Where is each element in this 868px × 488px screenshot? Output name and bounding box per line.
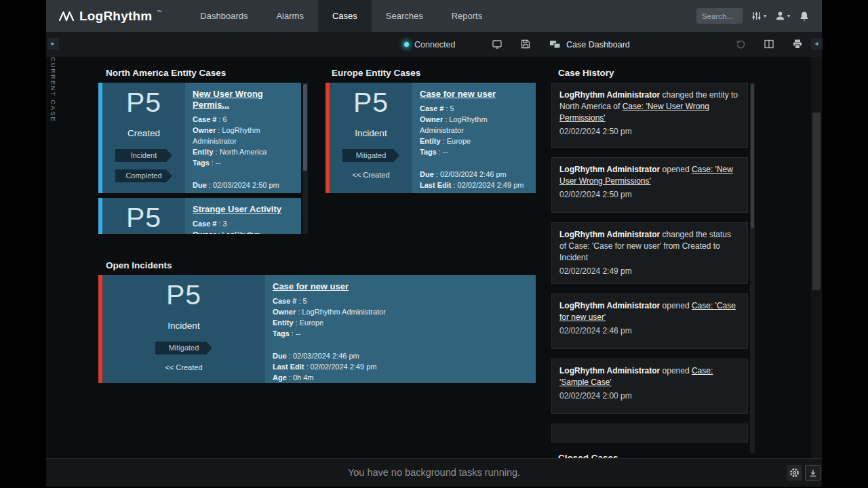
case-owner-field: Owner: LogRhythm Administrator bbox=[193, 229, 294, 234]
current-case-panel-tab[interactable]: ► CURRENT CASE bbox=[47, 38, 59, 122]
case-tags-field: Tags: -- bbox=[420, 146, 528, 157]
user-menu[interactable]: ▾ bbox=[775, 11, 790, 21]
scrollbar-thumb[interactable] bbox=[812, 113, 821, 290]
timestamp: 02/02/2024 2:49 pm bbox=[559, 266, 740, 277]
connection-status: Connected bbox=[404, 32, 455, 57]
nav-right-controls: ▾ ▾ bbox=[696, 8, 822, 24]
nav-item-cases[interactable]: Cases bbox=[318, 0, 372, 32]
change-status-completed-button[interactable]: Completed bbox=[115, 169, 172, 182]
change-status-incident-button[interactable]: Incident bbox=[115, 149, 172, 162]
case-title-link[interactable]: New User Wrong Permis... bbox=[193, 89, 294, 110]
case-card-new-user-wrong-permissions[interactable]: P5 Created Incident Completed New User W… bbox=[98, 83, 301, 193]
revert-status-created-link[interactable]: << Created bbox=[352, 171, 389, 179]
timestamp: 02/02/2024 2:46 pm bbox=[559, 325, 740, 337]
nav-item-reports[interactable]: Reports bbox=[437, 0, 497, 32]
search-input[interactable] bbox=[696, 8, 743, 24]
save-dashboard-icon[interactable] bbox=[520, 39, 531, 49]
history-entry-partial bbox=[551, 424, 748, 443]
popout-window-icon[interactable] bbox=[492, 39, 502, 49]
case-tags-field: Tags: -- bbox=[193, 157, 294, 168]
preferences-sliders-icon[interactable]: ▾ bbox=[751, 11, 766, 21]
case-title-link[interactable]: Case for new user bbox=[420, 89, 496, 100]
dashboard-selector[interactable]: Case Dashboard bbox=[549, 32, 630, 57]
case-entity-field: Entity: North America bbox=[193, 146, 294, 157]
history-text: opened bbox=[660, 165, 692, 174]
change-status-mitigated-button[interactable]: Mitigated bbox=[342, 149, 399, 162]
section-title-europe: Europe Entity Cases bbox=[332, 68, 420, 78]
case-details: New User Wrong Permis... Case #: 6 Owner… bbox=[185, 83, 301, 193]
case-status-panel: P5 Created Incident Completed bbox=[102, 83, 185, 193]
case-details: Case for new user Case #: 5 Owner: LogRh… bbox=[265, 275, 536, 383]
history-text: opened bbox=[660, 366, 692, 375]
background-tasks-message: You have no background tasks running. bbox=[46, 467, 822, 478]
notifications-bell-icon[interactable] bbox=[799, 11, 810, 22]
logrhythm-logo[interactable]: LogRhythm ™ bbox=[46, 7, 170, 25]
case-owner-field: Owner: LogRhythm Administrator bbox=[193, 125, 294, 146]
case-status: Incident bbox=[167, 321, 199, 331]
case-card-case-for-new-user-europe[interactable]: P5 Incident Mitigated << Created Case fo… bbox=[326, 83, 536, 193]
user-icon bbox=[775, 11, 785, 21]
case-due-field: Due: 02/03/2024 2:46 pm bbox=[420, 169, 528, 180]
undo-reset-icon[interactable] bbox=[735, 39, 747, 50]
connected-label: Connected bbox=[414, 40, 455, 49]
case-entity-field: Entity: Europe bbox=[420, 136, 528, 146]
print-icon[interactable] bbox=[792, 39, 803, 49]
expand-right-icon[interactable]: ► bbox=[47, 38, 59, 49]
connected-dot-icon bbox=[404, 42, 409, 47]
case-due-field: Due: 02/03/2024 2:46 pm bbox=[273, 350, 528, 361]
layout-panels-icon[interactable] bbox=[764, 39, 774, 49]
history-entry: LogRhythm Administrator opened Case: 'Ne… bbox=[551, 157, 748, 213]
case-toolbar: Connected Case Dashboard bbox=[46, 32, 822, 57]
logrhythm-logo-icon bbox=[58, 9, 75, 24]
background-tasks-button[interactable] bbox=[805, 465, 821, 481]
gear-icon bbox=[789, 468, 800, 478]
case-last-edit-field: Last Edit: 02/02/2024 2:49 pm bbox=[273, 361, 528, 372]
case-status: Created bbox=[127, 128, 160, 138]
history-entry: LogRhythm Administrator opened Case: 'Ca… bbox=[551, 293, 748, 349]
case-card-strange-user-activity[interactable]: P5 Strange User Activity Case #: 3 Owner… bbox=[98, 198, 301, 234]
expand-left-icon[interactable]: ◄ bbox=[811, 38, 823, 49]
case-entity-field: Entity: Europe bbox=[273, 317, 528, 328]
logo-text: LogRhythm bbox=[79, 7, 152, 25]
sliders-icon bbox=[751, 11, 762, 21]
nav-item-dashboards[interactable]: Dashboards bbox=[186, 0, 262, 32]
case-history-list: LogRhythm Administrator changed the enti… bbox=[551, 83, 748, 443]
case-number-field: Case #: 6 bbox=[193, 114, 294, 125]
change-status-mitigated-button[interactable]: Mitigated bbox=[155, 342, 212, 354]
case-owner-field: Owner: LogRhythm Administrator bbox=[420, 114, 528, 136]
case-number-field: Case #: 5 bbox=[273, 296, 528, 306]
nav-item-searches[interactable]: Searches bbox=[372, 0, 437, 32]
priority-label: P5 bbox=[166, 280, 201, 310]
settings-gear-button[interactable] bbox=[787, 465, 802, 481]
case-dashboard-content: North America Entity Cases Europe Entity… bbox=[46, 57, 822, 458]
case-title-link[interactable]: Case for new user bbox=[273, 281, 349, 292]
nav-item-alarms[interactable]: Alarms bbox=[262, 0, 317, 32]
logo-trademark: ™ bbox=[157, 9, 161, 14]
case-age-field: Age: 0h 4m bbox=[273, 372, 528, 383]
chevron-down-icon: ▾ bbox=[787, 13, 790, 19]
section-title-case-history: Case History bbox=[558, 68, 614, 78]
case-title-link[interactable]: Strange User Activity bbox=[193, 204, 281, 215]
priority-label: P5 bbox=[353, 87, 389, 118]
revert-status-created-link[interactable]: << Created bbox=[165, 363, 202, 371]
history-entry: LogRhythm Administrator changed the enti… bbox=[551, 83, 748, 148]
scrollbar-thumb[interactable] bbox=[303, 84, 307, 171]
page-scrollbar[interactable] bbox=[811, 57, 822, 458]
section-title-open-incidents: Open Incidents bbox=[106, 260, 172, 270]
case-due-field: Due: 02/03/2024 2:50 pm bbox=[193, 180, 294, 190]
case-meta: Due: 02/03/2024 2:50 pm Last Edit: 02/02… bbox=[193, 180, 294, 193]
scrollbar-thumb[interactable] bbox=[751, 84, 754, 228]
actor-name: LogRhythm Administrator bbox=[559, 301, 660, 310]
priority-label: P5 bbox=[126, 87, 161, 118]
actor-name: LogRhythm Administrator bbox=[559, 165, 660, 174]
history-text: opened bbox=[660, 301, 692, 310]
case-number-field: Case #: 3 bbox=[193, 218, 294, 229]
chevron-down-icon: ▾ bbox=[764, 13, 766, 19]
history-scrollbar[interactable] bbox=[750, 83, 755, 453]
timestamp: 02/02/2024 2:50 pm bbox=[559, 126, 740, 138]
current-case-tab-label: CURRENT CASE bbox=[50, 57, 57, 122]
timestamp: 02/02/2024 2:50 pm bbox=[559, 189, 740, 201]
priority-label: P5 bbox=[126, 203, 161, 233]
na-cases-scrollbar[interactable] bbox=[302, 83, 308, 234]
case-card-open-incident-case-for-new-user[interactable]: P5 Incident Mitigated << Created Case fo… bbox=[98, 275, 536, 383]
